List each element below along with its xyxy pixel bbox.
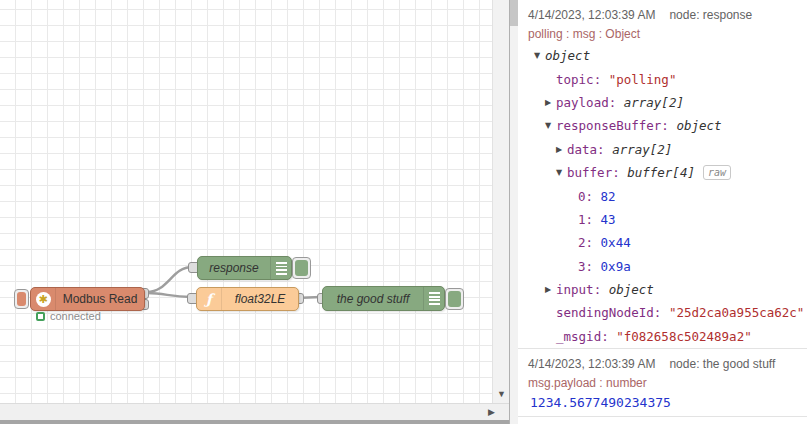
node-modbus-read[interactable]: ✱ Modbus Read [30,287,145,311]
debug-value: 0x9a [601,259,631,274]
debug-message-meta: msg.payload : number [518,373,807,393]
modbus-status: connected [36,310,101,322]
debug-key: topic: [556,72,609,87]
status-connected-icon [36,312,45,321]
debug-source-node: node: the good stuff [669,357,775,371]
modbus-node-button-fill [17,292,26,306]
debug-tree-row[interactable]: ▼buffer: buffer[4]raw [518,161,807,184]
modbus-node-button[interactable] [14,289,29,309]
node-float32le[interactable]: ƒ float32LE [196,287,299,311]
debug-timestamp: 4/14/2023, 12:03:39 AM [528,8,655,22]
debug-tree-row[interactable]: topic: "polling" [518,67,807,90]
debug-tree-row[interactable]: ▼responseBuffer: object [518,114,807,137]
debug-value: "f082658c502489a2" [616,329,751,344]
goodstuff-debug-toggle-button[interactable] [445,288,464,310]
node-the-good-stuff[interactable]: the good stuff [322,286,445,311]
modbus-gear-icon: ✱ [36,292,51,307]
debug-tree-row[interactable]: 1: 43 [518,208,807,231]
debug-tree-row[interactable]: sendingNodeId: "25d2ca0a955ca62c" [518,301,807,324]
debug-tree-row[interactable]: ▶payload: array[2] [518,91,807,114]
debug-object-tree: ▼objecttopic: "polling"▶payload: array[2… [518,44,807,348]
goodstuff-node-label: the good stuff [323,292,423,306]
function-icon-area: ƒ [197,288,222,310]
expand-arrow-icon[interactable]: ▶ [545,285,556,294]
debug-key: responseBuffer: [556,118,676,133]
debug-value: 43 [601,212,616,227]
debug-tree-row[interactable]: 0: 82 [518,184,807,207]
debug-value: object [609,282,654,297]
debug-source-node: node: response [669,8,752,22]
debug-sidebar: 4/14/2023, 12:03:39 AMnode: response pol… [518,0,807,424]
response-debug-icon-area [270,257,291,279]
debug-tree-row[interactable]: 2: 0x44 [518,231,807,254]
debug-key: payload: [556,95,624,110]
debug-key: input: [556,282,609,297]
canvas-vertical-scrollbar[interactable]: ▼ [492,0,510,403]
debug-payload-value: 1234.5677490234375 [518,393,807,416]
wires-layer [0,0,492,403]
debug-timestamp: 4/14/2023, 12:03:39 AM [528,357,655,371]
goodstuff-debug-icon-area [423,287,444,310]
debug-tree-row[interactable]: 3: 0x9a [518,255,807,278]
debug-key: 1: [578,212,601,227]
debug-key: sendingNodeId: [556,305,669,320]
debug-value: 0x44 [601,235,631,250]
debug-value: array[2] [624,95,684,110]
collapse-arrow-icon[interactable]: ▼ [556,168,567,177]
debug-value: 82 [601,189,616,204]
scroll-right-arrow-icon[interactable]: ▶ [488,407,495,417]
raw-toggle-button[interactable]: raw [703,165,731,180]
debug-tree-row[interactable]: ▶data: array[2] [518,138,807,161]
goodstuff-toggle-fill [448,291,461,307]
float32le-node-label: float32LE [222,292,298,306]
debug-console-icon [276,262,287,275]
node-red-window: ✱ Modbus Read response ƒ float32LE the g… [0,0,807,424]
debug-message-meta: polling : msg : Object [518,24,807,44]
debug-tree-row[interactable]: _msgid: "f082658c502489a2" [518,325,807,348]
collapse-arrow-icon[interactable]: ▼ [545,121,556,130]
debug-value: array[2] [612,142,672,157]
h-scrollbar-thumb[interactable] [0,420,509,424]
node-response[interactable]: response [197,256,292,280]
function-f-icon: ƒ [206,291,212,307]
modbus-icon-area: ✱ [31,288,56,310]
response-debug-toggle-button[interactable] [292,257,311,279]
debug-console-icon [429,292,440,305]
debug-key: 2: [578,235,601,250]
response-node-label: response [198,261,270,275]
debug-key: 0: [578,189,601,204]
debug-key: buffer: [567,165,627,180]
wire-modbus-response[interactable] [147,267,192,292]
debug-tree-row[interactable]: ▼object [518,44,807,67]
scroll-down-arrow-icon[interactable]: ▼ [493,389,510,399]
debug-value: "25d2ca0a955ca62c" [669,305,804,320]
debug-message-header: 4/14/2023, 12:03:39 AMnode: response [518,6,807,24]
modbus-node-label: Modbus Read [56,292,144,306]
debug-value: object [676,118,721,133]
debug-message[interactable]: 4/14/2023, 12:03:39 AMnode: the good stu… [518,349,807,417]
expand-arrow-icon[interactable]: ▶ [545,98,556,107]
debug-key: 3: [578,259,601,274]
collapse-arrow-icon[interactable]: ▼ [534,51,545,60]
debug-value: object [545,48,590,63]
response-toggle-fill [295,260,308,276]
flow-canvas[interactable]: ✱ Modbus Read response ƒ float32LE the g… [0,0,492,403]
debug-message-header: 4/14/2023, 12:03:39 AMnode: the good stu… [518,355,807,373]
debug-tree-row[interactable]: ▶input: object [518,278,807,301]
debug-value: "polling" [609,72,677,87]
wire-modbus-float32le[interactable] [147,293,191,297]
expand-arrow-icon[interactable]: ▶ [556,145,567,154]
debug-message[interactable]: 4/14/2023, 12:03:39 AMnode: response pol… [518,0,807,349]
debug-value: buffer[4] [627,165,695,180]
status-label: connected [50,310,101,322]
debug-key: _msgid: [556,329,616,344]
debug-key: data: [567,142,612,157]
canvas-horizontal-scrollbar[interactable]: ▶ [0,403,509,424]
